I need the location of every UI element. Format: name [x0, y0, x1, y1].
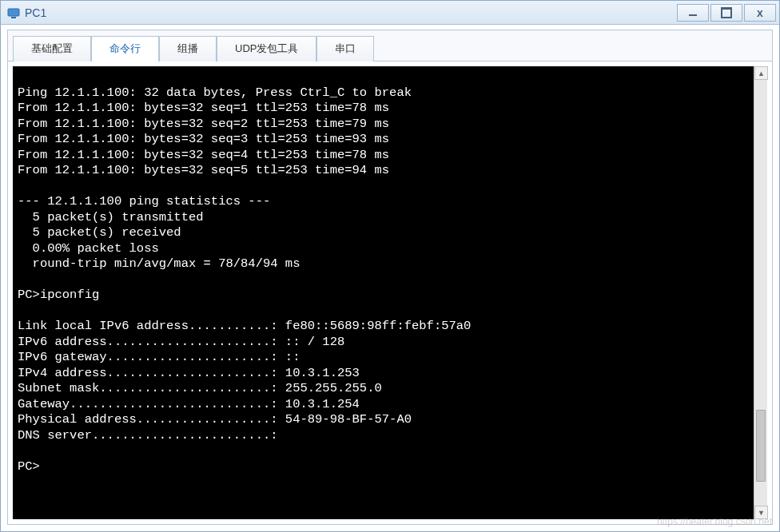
scroll-down-button[interactable]: ▼ — [754, 506, 768, 519]
tab-udp-tool[interactable]: UDP发包工具 — [217, 36, 316, 62]
svg-rect-0 — [8, 9, 19, 16]
maximize-button[interactable] — [710, 4, 742, 22]
tab-serial[interactable]: 串口 — [316, 36, 374, 62]
content-frame: 基础配置 命令行 组播 UDP发包工具 串口 Ping 12.1.1.100: … — [7, 30, 773, 525]
window-title: PC1 — [25, 6, 677, 19]
terminal-scrollbar[interactable]: ▲ ▼ — [754, 66, 767, 519]
terminal-container: Ping 12.1.1.100: 32 data bytes, Press Ct… — [13, 66, 767, 519]
app-window: PC1 x 基础配置 命令行 组播 UDP发包工具 串口 Ping 12.1.1… — [0, 0, 780, 532]
tab-cli[interactable]: 命令行 — [91, 36, 159, 62]
tab-multicast[interactable]: 组播 — [159, 36, 217, 62]
minimize-button[interactable] — [677, 4, 709, 22]
scroll-up-button[interactable]: ▲ — [754, 66, 768, 80]
scroll-thumb[interactable] — [756, 410, 766, 482]
terminal-output[interactable]: Ping 12.1.1.100: 32 data bytes, Press Ct… — [13, 66, 754, 519]
window-controls: x — [677, 4, 776, 22]
tab-basic-config[interactable]: 基础配置 — [13, 36, 91, 62]
close-button[interactable]: x — [744, 4, 776, 22]
svg-rect-1 — [11, 17, 16, 18]
tab-bar: 基础配置 命令行 组播 UDP发包工具 串口 — [8, 30, 772, 62]
app-icon — [7, 6, 20, 19]
titlebar[interactable]: PC1 x — [1, 1, 779, 25]
